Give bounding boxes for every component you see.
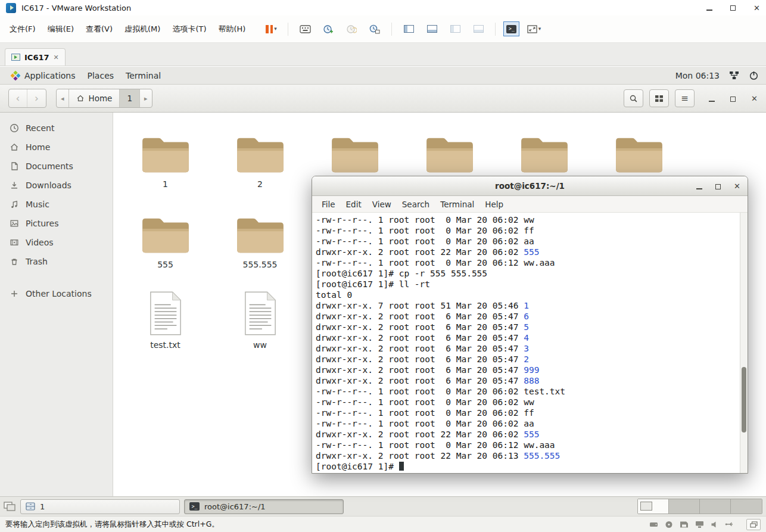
sidebar-item-videos[interactable]: Videos	[0, 233, 113, 252]
menu-help[interactable]: 帮助(H)	[213, 20, 252, 39]
pathbar-home-button[interactable]: Home	[69, 89, 120, 107]
network-adapter-icon[interactable]	[695, 521, 704, 528]
workspace-1[interactable]	[638, 499, 669, 514]
show-console-view-button[interactable]	[469, 20, 487, 38]
menu-view[interactable]: 查看(V)	[80, 20, 119, 39]
terminal-titlebar[interactable]: root@ic617:~/1 ✕	[312, 176, 748, 196]
usb-icon[interactable]	[725, 521, 734, 528]
terminal-menu[interactable]: Terminal	[120, 67, 167, 84]
terminal-line: -rw-r--r--. 1 root root 0 Mar 20 06:02 a…	[316, 418, 738, 429]
taskbar-button-files[interactable]: 1	[20, 499, 180, 514]
fm-close-button[interactable]: ✕	[751, 95, 758, 102]
search-button[interactable]	[624, 89, 643, 107]
chevron-down-icon[interactable]: ▾	[538, 26, 541, 32]
terminal-menu-search[interactable]: Search	[397, 200, 435, 209]
folder-icon	[140, 133, 191, 175]
places-sidebar: Recent Home Documents Downloads	[0, 113, 113, 496]
floppy-icon[interactable]	[680, 521, 689, 528]
folder-icon	[140, 214, 191, 256]
fullscreen-icon	[527, 25, 537, 33]
show-thumbnail-bar-button[interactable]	[423, 20, 441, 38]
places-menu[interactable]: Places	[82, 67, 120, 84]
workspace-2[interactable]	[669, 499, 700, 514]
terminal-line: drwxr-xr-x. 2 root root 22 Mar 20 06:13 …	[316, 450, 738, 461]
pathbar-scroll-left-icon[interactable]: ◂	[57, 89, 69, 107]
folder-item[interactable]: 1	[118, 122, 213, 202]
recent-icon	[10, 123, 19, 133]
window-minimize-button[interactable]	[706, 4, 712, 13]
sidebar-item-recent[interactable]: Recent	[0, 119, 113, 138]
network-icon[interactable]	[729, 71, 739, 80]
revert-snapshot-button[interactable]	[342, 20, 360, 38]
sidebar-item-downloads[interactable]: Downloads	[0, 176, 113, 195]
sidebar-item-pictures[interactable]: Pictures	[0, 214, 113, 233]
terminal-maximize-button[interactable]	[715, 182, 721, 191]
view-toggle-button[interactable]	[649, 89, 669, 107]
sidebar-item-other-locations[interactable]: Other Locations	[0, 284, 113, 303]
library-panel-icon	[404, 25, 414, 33]
snapshot-manager-icon	[369, 24, 380, 34]
console-view-toggle-button[interactable]: >_	[503, 21, 519, 36]
menu-button[interactable]: ≡	[675, 89, 695, 107]
sound-icon[interactable]	[711, 521, 718, 528]
menu-vm[interactable]: 虚拟机(M)	[119, 20, 166, 39]
folder-label: 555	[157, 260, 173, 269]
window-maximize-button[interactable]	[730, 4, 736, 13]
fm-minimize-button[interactable]	[709, 93, 715, 104]
pictures-icon	[10, 219, 19, 228]
fullscreen-button[interactable]: ▾	[525, 20, 543, 38]
send-ctrl-alt-del-button[interactable]	[296, 20, 314, 38]
file-item[interactable]: test.txt	[118, 282, 213, 363]
terminal-scrollbar[interactable]	[740, 213, 748, 473]
show-desktop-icon[interactable]	[4, 502, 16, 512]
restore-size-button[interactable]	[746, 519, 761, 530]
suspend-vm-button[interactable]: ▾	[262, 20, 280, 38]
terminal-menu-view[interactable]: View	[367, 200, 397, 209]
chevron-down-icon[interactable]: ▾	[274, 26, 277, 32]
terminal-menu-edit[interactable]: Edit	[341, 200, 367, 209]
sidebar-item-documents[interactable]: Documents	[0, 157, 113, 176]
vmware-titlebar: IC617 - VMware Workstation ✕	[0, 0, 766, 15]
folder-label: 2	[257, 179, 263, 189]
menu-file[interactable]: 文件(F)	[4, 20, 42, 39]
folder-icon	[235, 214, 286, 256]
terminal-line: -rw-r--r--. 1 root root 0 Mar 20 06:02 f…	[316, 225, 738, 236]
menu-tabs[interactable]: 选项卡(T)	[166, 20, 212, 39]
folder-item[interactable]: 555.555	[213, 202, 307, 282]
workspace-4[interactable]	[731, 499, 762, 514]
window-close-button[interactable]: ✕	[753, 4, 760, 12]
file-item[interactable]: ww	[213, 282, 307, 363]
terminal-close-button[interactable]: ✕	[734, 182, 740, 190]
sidebar-item-home[interactable]: Home	[0, 138, 113, 157]
sidebar-item-music[interactable]: Music	[0, 195, 113, 214]
clock[interactable]: Mon 06:13	[675, 71, 720, 80]
gnome-topbar: Applications Places Terminal Mon 06:13	[0, 67, 766, 85]
pathbar-current-folder[interactable]: 1	[120, 89, 140, 107]
show-status-bar-button[interactable]	[446, 20, 464, 38]
vm-tab-ic617[interactable]: IC617 ✕	[5, 48, 66, 66]
fm-restore-button[interactable]	[730, 93, 736, 104]
pathbar-scroll-right-icon[interactable]: ▸	[140, 89, 152, 107]
cdrom-icon[interactable]	[665, 521, 673, 528]
menu-edit[interactable]: 编辑(E)	[42, 20, 80, 39]
terminal-minimize-button[interactable]	[696, 182, 702, 191]
taskbar-button-terminal[interactable]: >_ root@ic617:~/1	[184, 499, 344, 514]
tab-close-icon[interactable]: ✕	[54, 54, 59, 61]
harddisk-icon[interactable]	[649, 521, 658, 528]
take-snapshot-button[interactable]	[319, 20, 337, 38]
folder-item[interactable]: 555	[118, 202, 213, 282]
applications-menu[interactable]: Applications	[5, 67, 82, 84]
sidebar-item-trash[interactable]: Trash	[0, 252, 113, 271]
forward-button[interactable]: ›	[27, 89, 46, 107]
terminal-menu-terminal[interactable]: Terminal	[435, 200, 479, 209]
back-button[interactable]: ‹	[9, 89, 27, 107]
workspace-3[interactable]	[700, 499, 731, 514]
terminal-output[interactable]: -rw-r--r--. 1 root root 0 Mar 20 06:02 w…	[312, 213, 748, 473]
show-library-button[interactable]	[400, 20, 418, 38]
scrollbar-thumb[interactable]	[742, 367, 746, 433]
terminal-menu-help[interactable]: Help	[479, 200, 509, 209]
snapshot-manager-button[interactable]	[366, 20, 384, 38]
folder-item[interactable]: 2	[213, 122, 307, 202]
power-icon[interactable]	[749, 70, 759, 80]
terminal-menu-file[interactable]: File	[316, 200, 341, 209]
